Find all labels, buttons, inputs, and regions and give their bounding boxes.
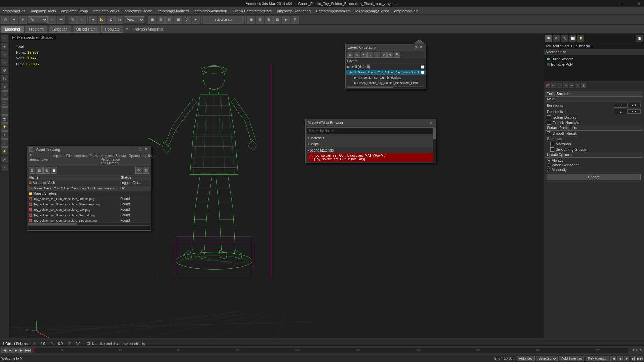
mod-delete[interactable]: 🗑 <box>581 83 586 88</box>
rp-icon-6[interactable]: 📋 <box>636 35 643 42</box>
tool-unlink[interactable]: ⛓ <box>1 75 8 82</box>
isoline-row[interactable]: Isoline Display <box>545 115 643 120</box>
tab-modeling[interactable]: Modeling <box>1 26 24 33</box>
mod-edit[interactable]: ✏ <box>551 83 556 88</box>
tool-shape[interactable]: △ <box>1 99 8 107</box>
rp-icon-5[interactable]: 💡 <box>577 35 584 42</box>
tab-populate[interactable]: Populate <box>101 26 123 33</box>
manually-row[interactable]: Manually <box>547 168 641 172</box>
modifier-turbosm[interactable]: TurboSmooth <box>545 56 643 62</box>
toolbar-scale-btn[interactable]: ⤡ <box>77 16 86 24</box>
layers-help[interactable]: ? <box>415 45 417 49</box>
toolbar-scene-1[interactable]: ⊞ <box>247 16 255 24</box>
menu-graph-editors[interactable]: Graph Eamp;amp;ditors <box>230 8 274 14</box>
minimize-button[interactable]: — <box>614 0 624 7</box>
always-radio[interactable] <box>547 159 550 162</box>
table-row[interactable]: 🖼 Toy_soldier_set_Gun_binoculars_Specula… <box>27 218 151 222</box>
layer-row-child2[interactable]: ▶ Green_Plastic_Toy_Soldier_Binoculars_P… <box>346 80 426 86</box>
tl-next-key[interactable]: ▶▶| <box>25 348 31 353</box>
materials-row[interactable]: Materials <box>545 141 643 147</box>
key-filters-btn[interactable]: Key Filters... <box>586 356 609 361</box>
bottom-tl-prev-key[interactable]: |◀ <box>610 356 616 361</box>
auto-key-btn[interactable]: Auto Key <box>517 356 535 361</box>
rp-icon-3[interactable]: 🔧 <box>561 35 568 42</box>
toolbar-scene-4[interactable]: ⊡ <box>273 16 281 24</box>
table-row[interactable]: 🖼 Toy_soldier_set_Gun_binoculars_Normal.… <box>27 213 151 218</box>
toolbar-render-1[interactable]: ▣ <box>148 16 156 24</box>
layer-eye-1[interactable]: 👁 <box>351 65 354 69</box>
layer-check-2[interactable] <box>421 71 424 74</box>
explicit-normals-row[interactable]: Explicit Normals <box>545 120 643 125</box>
when-rendering-radio[interactable] <box>547 163 550 167</box>
render-iters-value[interactable]: 2 <box>614 109 627 114</box>
tool-helpers[interactable]: ✦ <box>1 131 8 139</box>
iterations-spinner[interactable]: ▲▼ <box>627 103 641 107</box>
asset-tb-4[interactable]: 📋 <box>51 167 57 174</box>
layer-tb-8[interactable]: 🔍 <box>394 52 400 58</box>
menu-animation[interactable]: amp;amp;Animation <box>192 8 230 14</box>
table-row[interactable]: 🏛Autodesk Vault Logged Out... <box>27 180 151 186</box>
mat-maps-section[interactable]: + Maps <box>306 141 436 147</box>
menu-edit[interactable]: amp;amp;Edit <box>0 8 28 14</box>
toolbar-count[interactable]: 3 <box>183 16 191 24</box>
asset-tb-1[interactable]: ⊞ <box>29 167 35 174</box>
layer-row-selected[interactable]: ▶ 👁 Green_Plastic_Toy_Soldier_Binoculars… <box>346 70 426 75</box>
layer-tb-5[interactable]: ↑ <box>374 52 380 58</box>
mod-rotate[interactable]: ↻ <box>557 83 562 88</box>
menu-maxscript[interactable]: MAamp;amp;XScript <box>353 8 392 14</box>
toolbar-angle-snap[interactable]: ∠ <box>107 16 115 24</box>
when-rendering-row[interactable]: When Rendering <box>547 163 641 167</box>
table-row[interactable]: 🖼 Toy_soldier_set_Gun_binoculars_Diffuse… <box>27 196 151 202</box>
bottom-tl-next-key[interactable]: ▶▶| <box>637 356 643 361</box>
bottom-tl-prev[interactable]: ◀ <box>617 356 623 361</box>
materials-checkbox[interactable] <box>550 142 554 146</box>
toolbar-scene-3[interactable]: ⊠ <box>265 16 273 24</box>
rp-icon-1[interactable]: 🔲 <box>545 35 552 42</box>
asset-restore[interactable]: □ <box>138 147 142 152</box>
toolbar-snap-btn[interactable]: 📐 <box>98 16 106 24</box>
layer-row-default[interactable]: ▶ 👁 0 (default) <box>346 64 426 70</box>
toolbar-scene-2[interactable]: ⊟ <box>256 16 264 24</box>
mat-search-input[interactable] <box>307 127 434 134</box>
bottom-tl-play[interactable]: ▶ <box>624 356 629 361</box>
toolbar-sel-set[interactable]: Selection Set <box>203 16 244 24</box>
toolbar-icon-2[interactable]: ✦ <box>10 16 18 24</box>
layers-scrollbar[interactable] <box>347 86 424 88</box>
smoothing-groups-checkbox[interactable] <box>550 147 554 152</box>
layer-tb-2[interactable]: ✕ <box>354 52 360 58</box>
toolbar-render-4[interactable]: ▦ <box>174 16 182 24</box>
render-iters-spinner[interactable]: ▲▼ <box>627 109 641 114</box>
tool-move[interactable]: ✛ <box>1 43 8 50</box>
manually-radio[interactable] <box>547 168 550 171</box>
asset-menu-server[interactable]: Ser amp;amp;ver <box>29 154 49 165</box>
bottom-tl-next[interactable]: ▶| <box>631 356 636 361</box>
table-row[interactable]: 📁Maps / Shaders <box>27 191 151 196</box>
table-row[interactable]: 🗂 Green_Plastic_Toy_Soldier_Binoculars_P… <box>27 186 151 191</box>
modifier-edpoly[interactable]: Editable Poly <box>545 62 643 67</box>
asset-menu-paths[interactable]: amp;amp;Paths <box>74 154 98 165</box>
update-button[interactable]: Update <box>547 174 641 180</box>
tool-light[interactable]: 💡 <box>1 123 8 131</box>
asset-table-container[interactable]: Name Status 🏛Autodesk Vault Logged Out..… <box>27 175 151 222</box>
close-button[interactable]: ✕ <box>634 0 644 7</box>
explicit-normals-checkbox[interactable] <box>547 121 551 125</box>
tool-link[interactable]: 🔗 <box>1 67 8 74</box>
layers-close[interactable]: ✕ <box>418 45 424 50</box>
tl-prev-key[interactable]: |◀ <box>1 348 7 353</box>
mod-pin[interactable]: 📌 <box>545 83 550 88</box>
menu-group[interactable]: amp;amp;Group <box>58 8 90 14</box>
tool-scale[interactable]: ⤡ <box>1 59 8 66</box>
mat-materials-section[interactable]: + Materials <box>306 135 436 141</box>
mat-scene-item[interactable]: Toy_soldier_set_Gun_binoculars_MAT(VRayM… <box>308 153 434 162</box>
layer-tb-7[interactable]: ⚙ <box>387 52 393 58</box>
maximize-button[interactable]: □ <box>624 0 634 7</box>
layer-tb-4[interactable]: ↓ <box>367 52 373 58</box>
tab-selection[interactable]: Selection <box>49 26 71 33</box>
menu-views[interactable]: amp;amp;Views <box>91 8 122 14</box>
layer-tb-3[interactable]: + <box>361 52 367 58</box>
tool-spline[interactable]: ~ <box>1 107 8 115</box>
table-row[interactable]: 🖼 Toy_soldier_set_Gun_binoculars_Glossin… <box>27 202 151 207</box>
tl-play[interactable]: ▶ <box>13 348 19 353</box>
iterations-value[interactable]: 0 <box>614 103 627 108</box>
toolbar-ref-btn[interactable]: ◈ <box>89 16 97 24</box>
